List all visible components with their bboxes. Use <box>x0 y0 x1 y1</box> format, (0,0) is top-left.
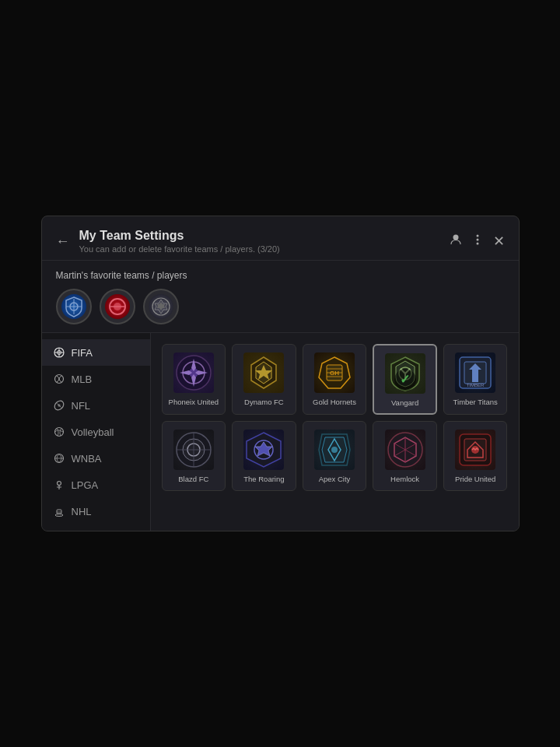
team-name-hornets: Gold Hornets <box>313 398 356 406</box>
sidebar-item-fifa[interactable]: FIFA <box>42 339 150 366</box>
fifa-icon <box>53 346 65 359</box>
team-name-vangard: Vangard <box>391 398 418 407</box>
svg-point-0 <box>453 235 458 240</box>
team-name-roaring: The Roaring <box>243 475 284 483</box>
team-badge-apex <box>314 430 355 470</box>
team-name-dynamo: Dynamo FC <box>244 398 284 406</box>
team-badge-dynamo <box>243 352 284 393</box>
sidebar-item-wnba[interactable]: WNBA <box>42 445 150 472</box>
svg-point-31 <box>55 514 63 517</box>
selected-checkmark: ✓ <box>394 369 416 391</box>
mlb-icon <box>53 373 65 385</box>
favorites-label: Martin's favorite teams / players <box>56 270 505 281</box>
team-card-hornets[interactable]: GH Gold Hornets <box>303 344 367 415</box>
team-card-hemlock[interactable]: Hemlock <box>373 421 437 490</box>
sidebar-item-nhl[interactable]: NHL <box>42 498 150 524</box>
sidebar-item-volleyball[interactable]: Volleyball <box>42 419 150 445</box>
sidebar-label-lpga: LPGA <box>72 479 99 491</box>
volleyball-icon <box>53 426 65 438</box>
team-card-phoenix[interactable]: Phoneix United <box>162 344 226 415</box>
team-badge-phoenix <box>173 352 214 393</box>
favorite-team-2[interactable] <box>100 289 135 324</box>
teams-grid: Phoneix United Dynamo FC <box>162 344 508 491</box>
sidebar-label-volleyball: Volleyball <box>72 426 114 438</box>
svg-point-28 <box>57 482 61 486</box>
svg-point-3 <box>476 243 478 245</box>
team-name-pride: Pride United <box>455 475 495 483</box>
team-badge-hornets: GH <box>314 352 355 393</box>
user-icon[interactable] <box>450 233 462 249</box>
team-badge-pride <box>455 430 495 470</box>
favorites-avatars <box>56 289 505 324</box>
sidebar-label-fifa: FIFA <box>72 347 93 359</box>
lpga-icon <box>53 479 65 491</box>
team-name-phoenix: Phoneix United <box>169 398 219 406</box>
team-card-pride[interactable]: Pride United <box>443 421 508 490</box>
modal-container: ← My Team Settings You can add or delete… <box>41 216 520 531</box>
header-actions: ✕ <box>450 233 505 250</box>
team-badge-blazd <box>173 430 214 470</box>
svg-point-25 <box>54 428 63 437</box>
modal-title: My Team Settings <box>79 229 450 243</box>
teams-grid-wrapper: Phoneix United Dynamo FC <box>151 333 519 531</box>
team-card-vangard[interactable]: Vangard ✓ <box>373 344 437 415</box>
svg-text:TIMBER: TIMBER <box>467 383 485 388</box>
team-badge-hemlock <box>385 430 425 470</box>
main-content: FIFA MLB NFL <box>42 332 519 531</box>
more-options-icon[interactable] <box>471 233 484 249</box>
team-name-apex: Apex City <box>319 475 351 483</box>
wnba-icon <box>53 452 65 465</box>
team-card-timber[interactable]: TIMBER Timber Titans <box>443 344 508 415</box>
team-card-dynamo[interactable]: Dynamo FC <box>232 344 296 415</box>
sidebar-item-mlb[interactable]: MLB <box>42 366 150 392</box>
svg-text:GH: GH <box>330 370 339 377</box>
team-card-roaring[interactable]: The Roaring <box>232 421 296 490</box>
team-card-apex[interactable]: Apex City <box>303 421 367 490</box>
team-badge-roaring <box>243 430 284 470</box>
close-button[interactable]: ✕ <box>493 233 505 250</box>
svg-rect-32 <box>57 510 61 514</box>
modal-header: ← My Team Settings You can add or delete… <box>42 216 519 261</box>
nhl-icon <box>53 505 65 517</box>
svg-point-1 <box>476 235 478 237</box>
sidebar-label-wnba: WNBA <box>72 453 102 465</box>
svg-point-54 <box>331 447 338 453</box>
team-name-hemlock: Hemlock <box>390 475 419 483</box>
svg-point-2 <box>476 239 478 241</box>
nfl-icon <box>53 399 65 412</box>
sidebar-label-nhl: NHL <box>72 506 92 517</box>
sidebar-label-nfl: NFL <box>72 400 91 412</box>
sidebar-label-mlb: MLB <box>72 374 93 385</box>
team-badge-timber: TIMBER <box>455 352 495 393</box>
team-name-blazd: Blazd FC <box>178 475 208 483</box>
favorite-team-1[interactable] <box>56 289 92 324</box>
sidebar-item-lpga[interactable]: LPGA <box>42 472 150 498</box>
sidebar-item-nfl[interactable]: NFL <box>42 392 150 419</box>
back-button[interactable]: ← <box>56 233 70 250</box>
modal-subtitle: You can add or delete favorite teams / p… <box>79 244 450 254</box>
team-name-timber: Timber Titans <box>453 398 498 406</box>
header-title-group: My Team Settings You can add or delete f… <box>79 229 450 254</box>
team-card-blazd[interactable]: Blazd FC <box>162 421 226 490</box>
sports-sidebar: FIFA MLB NFL <box>42 333 151 531</box>
favorite-team-3[interactable] <box>143 289 179 324</box>
favorites-section: Martin's favorite teams / players <box>42 261 519 332</box>
